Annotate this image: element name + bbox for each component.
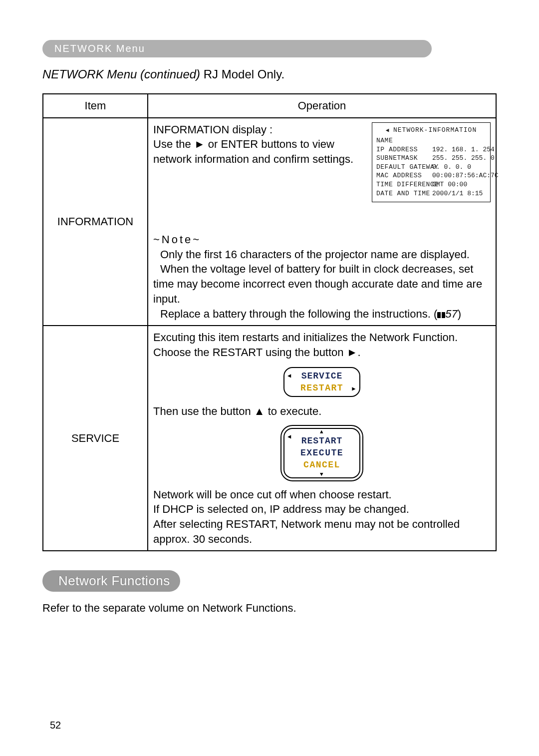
osd-line: RESTART bbox=[289, 435, 354, 447]
osd-line: CANCEL bbox=[289, 459, 354, 471]
info-value: 0. 0. 0. 0 bbox=[432, 163, 471, 171]
note-text: Replace a battery through the following … bbox=[153, 307, 491, 322]
refer-text: Refer to the separate volume on Network … bbox=[42, 602, 497, 615]
page: NETWORK Menu NETWORK Menu (continued) RJ… bbox=[0, 0, 539, 756]
osd-restart-execute: ◀ ▲ RESTART EXECUTE CANCEL ▼ bbox=[283, 428, 360, 478]
note-text: Only the first 16 characters of the proj… bbox=[153, 247, 491, 262]
book-icon bbox=[437, 312, 445, 318]
service-text: If DHCP is selected on, IP address may b… bbox=[153, 502, 491, 517]
info-label: DEFAULT GATEWAY bbox=[376, 163, 432, 172]
osd-service-restart: ◀ SERVICE RESTART ▶ bbox=[283, 367, 360, 397]
note-text-inner: Replace a battery through the following … bbox=[160, 308, 431, 320]
section-title: NETWORK Menu (continued) RJ Model Only. bbox=[42, 67, 497, 81]
info-label: IP ADDRESS bbox=[376, 145, 432, 154]
section-title-tail: RJ Model Only. bbox=[200, 67, 284, 81]
table-header-row: Item Operation bbox=[43, 94, 496, 118]
note-label: ~Note~ bbox=[153, 232, 491, 247]
info-label: TIME DIFFERENCE bbox=[376, 180, 432, 189]
info-value: 255. 255. 255. 0 bbox=[432, 154, 495, 162]
header-pill: NETWORK Menu bbox=[42, 40, 432, 57]
info-value: 00:00:87:56:AC:7C bbox=[432, 172, 499, 179]
page-number: 52 bbox=[50, 720, 61, 731]
triangle-right-icon: ▶ bbox=[352, 385, 356, 393]
op-cell-information: NETWORK-INFORMATION NAME IP ADDRESS192. … bbox=[148, 118, 496, 326]
page-ref: 57 bbox=[445, 308, 457, 320]
network-functions-label: Network Functions bbox=[58, 573, 170, 588]
info-label: DATE AND TIME bbox=[376, 189, 432, 198]
col-header-item: Item bbox=[43, 94, 148, 118]
service-text: After selecting RESTART, Network menu ma… bbox=[153, 517, 491, 546]
note-text: When the voltage level of battery for bu… bbox=[153, 262, 491, 306]
info-value: 2000/1/1 8:15 bbox=[432, 190, 483, 197]
network-functions-pill: Network Functions bbox=[42, 570, 180, 592]
triangle-up-icon: ▲ bbox=[289, 431, 354, 433]
triangle-left-icon: ◀ bbox=[287, 372, 292, 380]
info-label: NAME bbox=[376, 136, 432, 145]
op-cell-service: Excuting this item restarts and initiali… bbox=[148, 326, 496, 551]
item-cell-service: SERVICE bbox=[43, 326, 148, 551]
info-panel-title: NETWORK-INFORMATION bbox=[376, 126, 486, 135]
main-table: Item Operation INFORMATION NETWORK-INFOR… bbox=[42, 93, 497, 551]
item-cell-information: INFORMATION bbox=[43, 118, 148, 326]
table-row-information: INFORMATION NETWORK-INFORMATION NAME IP … bbox=[43, 118, 496, 326]
info-label: MAC ADDRESS bbox=[376, 171, 432, 180]
service-text: Excuting this item restarts and initiali… bbox=[153, 330, 491, 345]
network-info-panel: NETWORK-INFORMATION NAME IP ADDRESS192. … bbox=[372, 122, 491, 202]
info-value: 192. 168. 1. 254 bbox=[432, 146, 495, 153]
service-text: Network will be once cut off when choose… bbox=[153, 487, 491, 502]
triangle-down-icon: ▼ bbox=[289, 473, 354, 475]
osd-line: EXECUTE bbox=[289, 447, 354, 459]
service-text: Choose the RESTART using the button ►. bbox=[153, 345, 491, 360]
col-header-operation: Operation bbox=[148, 94, 496, 118]
info-value: GMT 00:00 bbox=[432, 181, 467, 188]
table-row-service: SERVICE Excuting this item restarts and … bbox=[43, 326, 496, 551]
osd-line: RESTART bbox=[289, 382, 354, 394]
section-title-italic: NETWORK Menu (continued) bbox=[42, 67, 200, 81]
info-label: SUBNETMASK bbox=[376, 154, 432, 163]
service-text: Then use the button ▲ to execute. bbox=[153, 404, 491, 419]
triangle-left-icon: ◀ bbox=[287, 433, 292, 441]
header-title: NETWORK Menu bbox=[54, 43, 145, 54]
osd-line: SERVICE bbox=[289, 370, 354, 382]
